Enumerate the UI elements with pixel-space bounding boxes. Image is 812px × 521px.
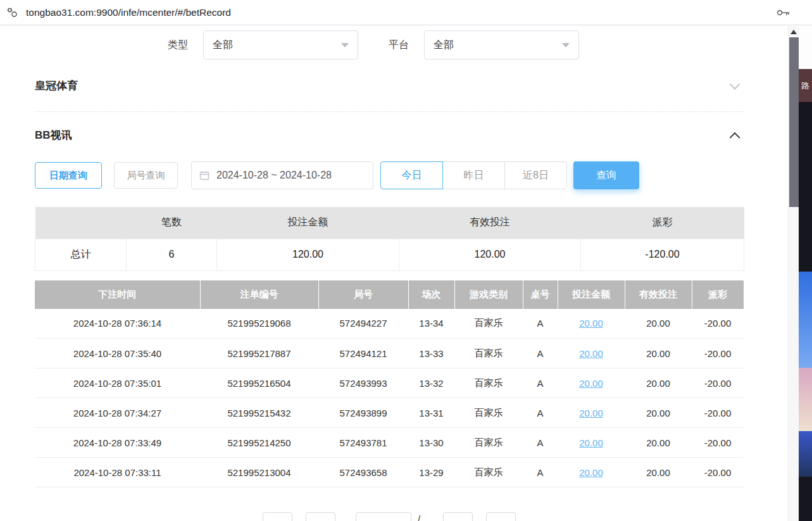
section-crown-sports[interactable]: 皇冠体育 [35,60,739,111]
summary-header-bet-amount: 投注金额 [217,207,399,239]
today-button[interactable]: 今日 [380,161,443,189]
cell-game-type: 百家乐 [454,339,523,368]
cell-bet-time: 2024-10-28 07:35:40 [35,339,200,368]
cell-valid-bet: 20.00 [625,458,692,487]
pagination-prev-button[interactable]: ‹ [306,512,335,521]
header-table-no: 桌号 [523,280,558,309]
cell-bet-amount: 20.00 [558,339,625,368]
section-title-crown: 皇冠体育 [35,78,78,93]
scrollbar-up-arrow-icon[interactable] [790,30,797,34]
pagination-last-button[interactable]: » [486,512,516,521]
cell-bet-no: 521995217887 [200,339,318,368]
strip-image-3 [799,431,812,477]
top-filter-row: 类型 全部 平台 全部 [168,30,788,60]
cell-bet-time: 2024-10-28 07:34:27 [35,398,200,428]
bet-table-row: 2024-10-28 07:36:14521995219068572494227… [35,309,744,339]
scrollbar-thumb[interactable] [789,37,799,207]
pagination-separator: / [418,512,420,521]
cell-round-no: 572493993 [318,368,408,398]
cell-valid-bet: 20.00 [625,339,692,368]
bet-table-row: 2024-10-28 07:34:27521995215432572493899… [35,398,744,428]
summary-header-payout: 派彩 [581,207,744,239]
cell-table-no: A [523,398,558,428]
cell-valid-bet: 20.00 [625,428,692,458]
cell-round-no: 572493899 [318,398,408,428]
bet-amount-link[interactable]: 20.00 [579,408,603,418]
summary-header-valid-bet: 有效投注 [399,207,581,239]
platform-select[interactable]: 全部 [424,30,579,60]
bet-amount-link[interactable]: 20.00 [579,318,603,329]
cell-bet-amount: 20.00 [558,368,625,398]
cell-round-no: 572493781 [318,428,408,458]
strip-white-segment [799,26,812,69]
cell-valid-bet: 20.00 [625,398,692,428]
bet-table-header-row: 下注时间 注单编号 局号 场次 游戏类别 桌号 投注金额 有效投注 派彩 [35,280,744,309]
cell-session: 13-32 [408,368,454,398]
summary-total-row: 总计 6 120.00 120.00 -120.00 [35,239,744,270]
chevron-up-icon[interactable] [730,132,740,143]
pagination-next-button[interactable]: › [443,512,473,521]
cell-bet-amount: 20.00 [558,428,625,458]
header-payout: 派彩 [692,280,744,309]
cell-session: 13-31 [408,398,454,428]
password-key-icon[interactable] [777,8,790,17]
bet-amount-link[interactable]: 20.00 [579,348,603,359]
bet-table-row: 2024-10-28 07:35:01521995216504572493993… [35,368,744,398]
strip-label: 路 [799,80,812,92]
round-query-tab[interactable]: 局号查询 [114,162,178,189]
header-round-no: 局号 [318,280,408,309]
browser-address-bar: tongbao31.com:9900/infe/mcenter/#/betRec… [0,0,812,25]
header-session: 场次 [408,280,454,309]
bet-record-page: 类型 全部 平台 全部 皇冠体育 BB视讯 日期查询 局号查询 20 [0,26,788,521]
date-range-input[interactable]: 2024-10-28 ~ 2024-10-28 [191,161,373,189]
bet-record-table: 下注时间 注单编号 局号 场次 游戏类别 桌号 投注金额 有效投注 派彩 202… [35,280,744,488]
cell-valid-bet: 20.00 [625,309,692,339]
cell-bet-time: 2024-10-28 07:36:14 [35,309,200,339]
bet-amount-link[interactable]: 20.00 [579,437,603,448]
cell-bet-amount: 20.00 [558,398,625,428]
caret-down-icon [341,43,349,47]
yesterday-button[interactable]: 昨日 [442,161,505,189]
cell-game-type: 百家乐 [454,309,523,339]
cell-round-no: 572493658 [318,458,408,487]
cell-session: 13-34 [408,309,454,339]
cell-game-type: 百家乐 [454,458,523,487]
cell-bet-time: 2024-10-28 07:35:01 [35,368,200,398]
pagination: « ‹ / › » [35,512,744,521]
cell-bet-no: 521995219068 [200,309,318,339]
vertical-scrollbar[interactable] [788,26,799,521]
address-url[interactable]: tongbao31.com:9900/infe/mcenter/#/betRec… [26,7,231,18]
bet-amount-link[interactable]: 20.00 [579,467,603,478]
total-bet-amount: 120.00 [217,239,399,270]
date-query-tab[interactable]: 日期查询 [35,162,102,189]
platform-select-value: 全部 [434,39,454,52]
strip-image-2 [799,368,812,431]
cell-table-no: A [523,309,558,339]
cell-table-no: A [523,458,558,487]
cell-valid-bet: 20.00 [625,368,692,398]
bet-amount-link[interactable]: 20.00 [579,378,603,389]
search-button[interactable]: 查询 [573,161,639,189]
header-valid-bet: 有效投注 [625,280,692,309]
query-bar: 日期查询 局号查询 2024-10-28 ~ 2024-10-28 今日 昨日 … [35,161,788,189]
summary-header-blank [35,207,127,239]
site-info-icon[interactable] [6,6,18,18]
cell-table-no: A [523,368,558,398]
cell-payout: -20.00 [692,368,744,398]
cell-bet-amount: 20.00 [558,458,625,487]
summary-header-count: 笔数 [127,207,217,239]
header-game-type: 游戏类别 [454,280,523,309]
cell-bet-no: 521995213004 [200,458,318,487]
chevron-down-icon[interactable] [730,78,740,89]
cell-game-type: 百家乐 [454,398,523,428]
date-range-value: 2024-10-28 ~ 2024-10-28 [216,170,332,181]
type-select[interactable]: 全部 [203,30,358,60]
type-select-value: 全部 [213,39,233,52]
summary-header-row: 笔数 投注金额 有效投注 派彩 [35,207,744,239]
background-page-strip: 路 [799,26,812,521]
section-bb-live[interactable]: BB视讯 [35,112,739,158]
pagination-first-button[interactable]: « [263,512,292,521]
last-8-days-button[interactable]: 近8日 [504,161,567,189]
pagination-page-input[interactable] [356,512,411,521]
cell-bet-no: 521995215432 [200,398,318,428]
